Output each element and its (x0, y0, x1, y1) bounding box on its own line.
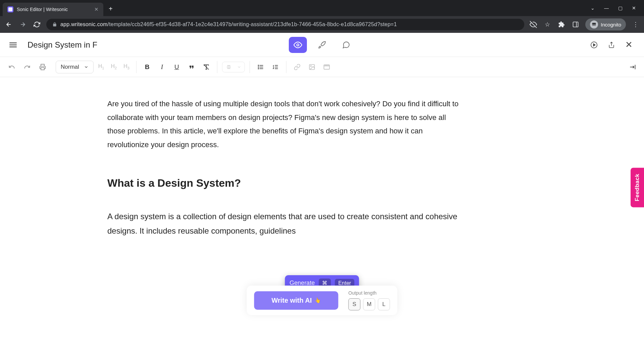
collapse-panel-icon[interactable] (627, 61, 639, 73)
window-controls: ⌄ ― ▢ ✕ (591, 5, 644, 11)
svg-point-5 (297, 44, 299, 46)
action-bar: Write with AI 👆 Output length S M L (247, 286, 397, 315)
svg-marker-7 (593, 44, 595, 46)
bold-button[interactable]: B (141, 61, 153, 73)
reload-icon[interactable] (32, 20, 42, 29)
align-select[interactable] (222, 62, 245, 72)
document-title[interactable]: Design System in F (28, 40, 97, 50)
browser-tab-bar: Sonic Editor | Writesonic ✕ + ⌄ ― ▢ ✕ (0, 0, 644, 16)
new-tab-button[interactable]: + (109, 5, 113, 13)
svg-point-16 (258, 68, 259, 69)
h1-button[interactable]: H1 (96, 62, 106, 71)
chat-button[interactable] (337, 37, 355, 53)
undo-icon[interactable] (5, 61, 18, 73)
svg-point-21 (311, 65, 312, 66)
print-icon[interactable] (36, 61, 49, 73)
tab-title: Sonic Editor | Writesonic (17, 7, 91, 12)
italic-button[interactable]: I (156, 61, 168, 73)
maximize-icon[interactable]: ▢ (618, 5, 623, 11)
svg-point-3 (592, 24, 594, 25)
forward-icon[interactable] (18, 20, 28, 29)
tab-close-icon[interactable]: ✕ (94, 6, 99, 12)
feedback-tab[interactable]: Feedback (631, 168, 644, 207)
quote-button[interactable] (185, 61, 198, 73)
svg-rect-1 (573, 22, 578, 27)
extensions-icon[interactable] (557, 20, 566, 29)
svg-point-14 (258, 65, 259, 66)
chevron-down-icon[interactable]: ⌄ (591, 5, 595, 11)
style-label: Normal (61, 64, 79, 70)
image-button[interactable] (306, 61, 318, 73)
paragraph-style-select[interactable]: Normal (56, 61, 94, 73)
incognito-badge[interactable]: Incognito (585, 18, 626, 31)
h2-button[interactable]: H2 (109, 62, 119, 71)
sidepanel-icon[interactable] (571, 20, 580, 29)
minimize-icon[interactable]: ― (604, 5, 609, 11)
eye-off-icon[interactable] (529, 20, 538, 29)
underline-button[interactable]: U (171, 61, 183, 73)
write-with-ai-button[interactable]: Write with AI 👆 (254, 291, 338, 310)
app-header: Design System in F ✕ (0, 33, 644, 57)
editor-toolbar: Normal H1 H2 H3 B I U (0, 57, 644, 77)
link-button[interactable] (291, 61, 303, 73)
play-icon[interactable] (588, 39, 600, 51)
share-icon[interactable] (606, 39, 617, 51)
menu-icon[interactable] (9, 43, 17, 47)
close-icon[interactable]: ✕ (623, 39, 635, 51)
video-button[interactable] (321, 61, 333, 73)
svg-rect-0 (8, 7, 12, 11)
incognito-icon (590, 20, 598, 28)
heading-2[interactable]: What is a Design System? (107, 173, 460, 193)
clear-format-button[interactable] (200, 61, 212, 73)
rocket-button[interactable] (313, 37, 331, 53)
h3-button[interactable]: H3 (121, 62, 131, 71)
length-s-button[interactable]: S (348, 298, 361, 310)
bullet-list-button[interactable] (255, 61, 267, 73)
lock-icon (52, 22, 57, 27)
preview-button[interactable] (289, 37, 307, 53)
browser-tab[interactable]: Sonic Editor | Writesonic ✕ (3, 3, 103, 16)
more-menu-icon[interactable]: ⋮ (631, 20, 640, 29)
svg-point-4 (594, 24, 596, 25)
url-bar[interactable]: app.writesonic.com/template/ccb246f5-ef3… (46, 19, 524, 30)
close-window-icon[interactable]: ✕ (632, 5, 636, 11)
browser-nav-bar: app.writesonic.com/template/ccb246f5-ef3… (0, 16, 644, 33)
output-length-group: Output length S M L (348, 290, 390, 310)
length-l-button[interactable]: L (378, 298, 390, 310)
paragraph[interactable]: Are you tired of the hassle of using mul… (107, 97, 460, 152)
incognito-label: Incognito (601, 22, 621, 27)
cursor-hand-icon: 👆 (315, 297, 321, 303)
numbered-list-button[interactable] (269, 61, 281, 73)
svg-point-15 (258, 67, 259, 67)
url-text: app.writesonic.com/template/ccb246f5-ef3… (60, 21, 397, 27)
favicon-icon (7, 6, 13, 12)
length-m-button[interactable]: M (363, 298, 375, 310)
paragraph[interactable]: A design system is a collection of desig… (107, 209, 460, 238)
redo-icon[interactable] (21, 61, 34, 73)
write-button-label: Write with AI (272, 297, 312, 304)
back-icon[interactable] (4, 20, 13, 29)
star-icon[interactable]: ☆ (543, 20, 552, 29)
output-length-label: Output length (348, 290, 390, 296)
